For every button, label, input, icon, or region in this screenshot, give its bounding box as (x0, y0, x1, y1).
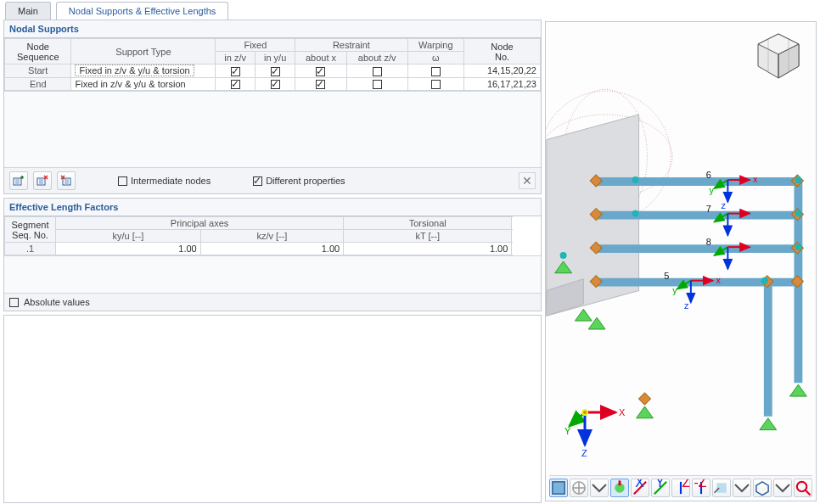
viewport-3d[interactable]: 6 7 8 5 xyz (545, 21, 817, 501)
kt-value[interactable]: 1.00 (344, 243, 512, 255)
view-mode-dropdown[interactable] (712, 479, 731, 497)
effective-length-table: SegmentSeq. No. Principal axes Torsional… (4, 216, 541, 255)
beam-label: 8 (706, 237, 711, 247)
svg-point-56 (795, 176, 801, 183)
nodal-supports-title: Nodal Supports (4, 20, 541, 38)
svg-rect-72 (619, 480, 621, 485)
svg-marker-50 (790, 384, 807, 396)
checkbox-warping[interactable] (431, 67, 441, 76)
wireframe-button[interactable] (570, 479, 588, 497)
checkbox-about-x[interactable] (316, 80, 325, 89)
th-kt: kT [--] (344, 230, 512, 243)
th-support-type: Support Type (71, 39, 216, 64)
th-sequence: Sequence (17, 52, 59, 62)
svg-text:Y: Y (564, 426, 571, 436)
th-about-zv: about z/v (346, 52, 407, 64)
axis-neg-z-button[interactable]: -Z (692, 479, 710, 497)
svg-text:-Z: -Z (694, 479, 706, 490)
kzv-value[interactable]: 1.00 (200, 243, 343, 255)
checkbox-absolute[interactable] (9, 298, 19, 307)
close-button[interactable]: ✕ (519, 172, 536, 189)
checkbox-zv[interactable] (231, 67, 240, 76)
svg-text:y: y (672, 285, 677, 295)
svg-text:Y: Y (655, 479, 665, 490)
svg-text:x: x (716, 275, 722, 285)
checkbox-zv[interactable] (231, 80, 240, 89)
kyu-value[interactable]: 1.00 (56, 243, 201, 255)
isometric-button[interactable] (753, 479, 772, 497)
th-warping: Warping (407, 39, 463, 52)
th-torsional: Torsional (344, 217, 512, 230)
svg-text:X: X (619, 407, 626, 417)
seg-no: .1 (5, 243, 56, 255)
th-fixed: Fixed (216, 39, 295, 52)
checkbox-about-zv[interactable] (373, 80, 382, 89)
label-different: Different properties (266, 176, 345, 186)
blank-panel (3, 315, 542, 503)
th-in-yu: in y/u (255, 52, 295, 64)
checkbox-yu[interactable] (271, 67, 280, 76)
checkbox-about-zv[interactable] (373, 67, 382, 76)
axis-x-button[interactable]: X (631, 479, 649, 497)
table-row[interactable]: End Fixed in z/v & y/u & torsion 16,17,2… (5, 77, 541, 91)
global-axes: X Y Z (564, 392, 632, 460)
svg-marker-52 (637, 406, 654, 418)
th-no: No. (495, 52, 509, 62)
svg-rect-47 (639, 393, 651, 405)
svg-point-54 (632, 176, 639, 183)
table-row[interactable]: .1 1.00 1.00 1.00 (5, 243, 541, 255)
beam-label: 6 (706, 170, 711, 180)
th-omega: ω (407, 52, 463, 64)
axis-z-button[interactable]: Z (671, 479, 690, 497)
node-numbers: 16,17,21,23 (464, 77, 541, 91)
svg-point-83 (797, 481, 806, 490)
th-restraint: Restraint (295, 39, 407, 52)
tab-main[interactable]: Main (5, 2, 51, 20)
svg-point-58 (795, 244, 801, 250)
dropdown-icon[interactable] (773, 479, 792, 497)
svg-marker-48 (575, 309, 592, 321)
svg-marker-82 (756, 481, 768, 495)
table-row[interactable]: Start Fixed in z/v & y/u & torsion 14,15… (5, 64, 541, 78)
svg-rect-69 (553, 481, 564, 493)
checkbox-about-x[interactable] (316, 67, 325, 76)
svg-text:y: y (710, 185, 715, 195)
seq-end: End (5, 77, 71, 91)
checkbox-yu[interactable] (271, 80, 280, 89)
node-numbers: 14,15,20,22 (464, 64, 541, 78)
th-principal: Principal axes (56, 217, 344, 230)
render-mode-button[interactable] (549, 479, 568, 497)
zoom-selection-button[interactable] (794, 479, 812, 497)
svg-marker-51 (760, 418, 777, 430)
nodal-supports-panel: Nodal Supports NodeSequence Support Type… (3, 20, 542, 194)
dropdown-icon[interactable] (733, 479, 751, 497)
delete-row-button[interactable] (33, 171, 52, 190)
svg-text:z: z (721, 200, 726, 210)
support-type-cell[interactable]: Fixed in z/v & y/u & torsion (71, 77, 216, 91)
dropdown-icon[interactable] (590, 479, 609, 497)
show-loads-button[interactable] (610, 479, 629, 497)
insert-row-button[interactable] (9, 171, 28, 190)
th-in-zv: in z/v (216, 52, 255, 64)
checkbox-intermediate[interactable] (118, 176, 127, 186)
axis-y-button[interactable]: Y (651, 479, 670, 497)
checkbox-warping[interactable] (431, 80, 441, 89)
tab-nodal-supports[interactable]: Nodal Supports & Effective Lengths (56, 2, 228, 20)
th-node-no: Node (491, 42, 513, 52)
support-type-select[interactable]: Fixed in z/v & y/u & torsion (75, 64, 194, 76)
clear-rows-button[interactable] (57, 171, 76, 190)
beam-label: 7 (706, 204, 711, 214)
th-about-x: about x (295, 52, 346, 64)
viewport-toolbar: X Y Z -Z (549, 475, 812, 497)
checkbox-different[interactable] (253, 176, 262, 186)
svg-point-55 (632, 210, 639, 217)
svg-point-60 (560, 252, 567, 259)
nodal-supports-table: NodeSequence Support Type Fixed Restrain… (4, 38, 541, 91)
svg-text:X: X (635, 479, 644, 490)
svg-point-65 (583, 411, 587, 414)
label-intermediate: Intermediate nodes (131, 176, 211, 186)
svg-rect-81 (716, 483, 726, 492)
svg-line-84 (806, 490, 811, 495)
th-kzv: kz/v [--] (200, 230, 343, 243)
effective-length-panel: Effective Length Factors SegmentSeq. No.… (3, 198, 542, 311)
